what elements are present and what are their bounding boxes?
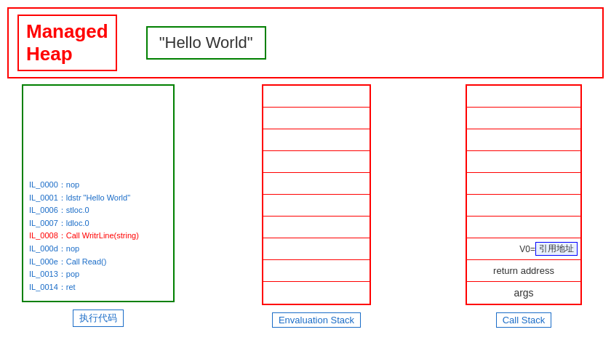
- main-container: Managed Heap "Hello World" IL_0000：nopIL…: [0, 0, 611, 364]
- code-line: IL_0001：ldstr "Hello World": [29, 192, 167, 205]
- code-box: IL_0000：nopIL_0001：ldstr "Hello World"IL…: [22, 84, 175, 302]
- call-stack-cell-empty: [467, 129, 580, 151]
- code-line: IL_0013：pop: [29, 268, 167, 281]
- call-stack-cell-empty: [467, 86, 580, 108]
- eval-stack-cell: [263, 129, 370, 151]
- managed-heap-section: Managed Heap "Hello World": [7, 7, 604, 78]
- eval-stack-cell: [263, 173, 370, 195]
- managed-heap-label: Managed Heap: [17, 15, 117, 71]
- call-stack-container: V0=引用地址return addressargs: [466, 84, 582, 305]
- call-stack-cell-empty: [467, 217, 580, 238]
- call-stack-v0-cell: V0=引用地址: [467, 238, 580, 260]
- eval-stack-cell: [263, 86, 370, 108]
- eval-stack-cell: [263, 108, 370, 129]
- code-line: IL_0008：Call WritrLine(string): [29, 230, 167, 243]
- eval-stack-container: [262, 84, 371, 305]
- eval-stack-cell: [263, 282, 370, 304]
- managed-heap-line2: Heap: [26, 43, 73, 65]
- code-column: IL_0000：nopIL_0001：ldstr "Hello World"IL…: [15, 84, 182, 357]
- code-line: IL_000d：nop: [29, 243, 167, 256]
- call-column: V0=引用地址return addressargs Call Stack: [451, 84, 596, 357]
- v0-value: 引用地址: [535, 242, 578, 256]
- hello-world-box: "Hello World": [146, 26, 266, 60]
- call-stack-return-address: return address: [467, 260, 580, 282]
- code-line: IL_000e：Call Read(): [29, 256, 167, 269]
- call-stack-args: args: [467, 282, 580, 304]
- code-line: IL_0006：stloc.0: [29, 204, 167, 217]
- call-stack-label: Call Stack: [496, 312, 552, 328]
- eval-stack-cell: [263, 195, 370, 217]
- v0-label: V0=: [519, 244, 535, 254]
- eval-stack-cell: [263, 217, 370, 238]
- eval-stack-label: Envaluation Stack: [272, 312, 361, 328]
- bottom-section: IL_0000：nopIL_0001：ldstr "Hello World"IL…: [7, 84, 604, 357]
- call-stack-cell-empty: [467, 195, 580, 217]
- eval-stack-cell: [263, 151, 370, 173]
- code-line: IL_0007：ldloc.0: [29, 217, 167, 230]
- code-line: IL_0014：ret: [29, 281, 167, 294]
- eval-column: Envaluation Stack: [251, 84, 382, 357]
- code-label: 执行代码: [73, 310, 124, 327]
- managed-heap-line1: Managed: [26, 20, 108, 42]
- code-lines: IL_0000：nopIL_0001：ldstr "Hello World"IL…: [29, 179, 167, 294]
- code-line: IL_0000：nop: [29, 179, 167, 192]
- call-stack-cell-empty: [467, 151, 580, 173]
- call-stack-cell-empty: [467, 108, 580, 129]
- call-stack-cell-empty: [467, 173, 580, 195]
- hello-world-text: "Hello World": [159, 33, 253, 52]
- eval-stack-cell: [263, 260, 370, 282]
- eval-stack-cell: [263, 238, 370, 260]
